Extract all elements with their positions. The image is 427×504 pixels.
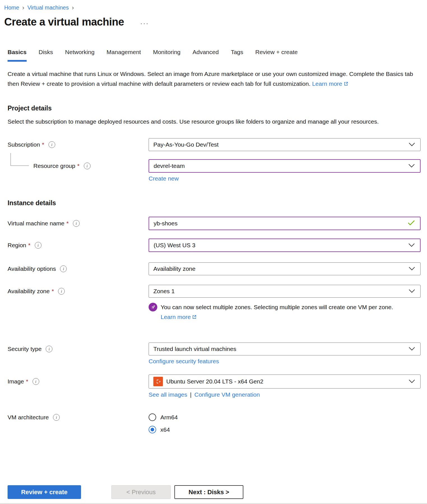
required-asterisk: * [77, 163, 79, 169]
image-label: Image [8, 378, 24, 385]
chevron-down-icon [408, 378, 415, 385]
intro-learn-more-link[interactable]: Learn more [312, 80, 342, 87]
info-icon[interactable]: i [33, 378, 39, 385]
info-icon[interactable]: i [58, 288, 65, 295]
tab-basics[interactable]: Basics [8, 49, 27, 62]
subscription-row: Subscription * i Pay-As-You-Go Dev/Test [8, 138, 421, 151]
zones-note-text: You can now select multiple zones. Selec… [161, 304, 393, 310]
breadcrumb-separator-icon: › [72, 5, 74, 11]
availability-zone-row: Availability zone * i Zones 1 [8, 285, 421, 298]
required-asterisk: * [52, 288, 54, 295]
availability-options-row: Availability options i Availability zone [8, 262, 421, 275]
vm-architecture-radio-group: Arm64 x64 [149, 413, 421, 433]
radio-unselected-icon [149, 413, 156, 421]
image-select[interactable]: Ubuntu Server 20.04 LTS - x64 Gen2 [149, 374, 421, 389]
external-link-icon [343, 79, 348, 89]
project-details-heading: Project details [8, 105, 421, 112]
resource-group-value: devrel-team [154, 163, 185, 169]
image-value: Ubuntu Server 20.04 LTS - x64 Gen2 [166, 378, 263, 385]
subscription-value: Pay-As-You-Go Dev/Test [153, 141, 219, 148]
info-icon[interactable]: i [84, 163, 91, 169]
external-link-icon [192, 313, 197, 322]
tab-management[interactable]: Management [107, 49, 141, 62]
vm-name-row: Virtual machine name * i yb-shoes [8, 217, 421, 230]
configure-security-features-link[interactable]: Configure security features [149, 358, 219, 364]
vm-architecture-label: VM architecture [8, 414, 49, 421]
required-asterisk: * [26, 378, 28, 385]
create-new-resource-group-link[interactable]: Create new [149, 175, 179, 182]
chevron-down-icon [408, 346, 415, 352]
resource-group-row: Resource group * i devrel-team [8, 159, 421, 173]
chevron-down-icon [408, 141, 415, 148]
security-type-value: Trusted launch virtual machines [153, 346, 236, 352]
tab-monitoring[interactable]: Monitoring [153, 49, 181, 62]
configure-vm-generation-link[interactable]: Configure VM generation [194, 391, 260, 398]
breadcrumb-link-home[interactable]: Home [4, 4, 19, 11]
security-type-label: Security type [8, 346, 41, 352]
chevron-down-icon [408, 265, 415, 272]
image-row: Image * i Ubun [8, 374, 421, 389]
info-icon[interactable]: i [73, 220, 80, 227]
chevron-down-icon [408, 242, 415, 249]
chevron-down-icon [408, 163, 415, 169]
tab-tags[interactable]: Tags [231, 49, 243, 62]
availability-zone-value: Zones 1 [153, 288, 175, 295]
tab-networking[interactable]: Networking [65, 49, 94, 62]
link-divider: | [190, 391, 191, 398]
breadcrumb: Home › Virtual machines › [4, 4, 421, 11]
region-label: Region [8, 242, 26, 249]
zones-note: You can now select multiple zones. Selec… [149, 302, 421, 322]
tab-disks[interactable]: Disks [39, 49, 53, 62]
project-details-description: Select the subscription to manage deploy… [8, 117, 417, 126]
security-type-row: Security type i Trusted launch virtual m… [8, 343, 421, 355]
vm-name-label: Virtual machine name [8, 220, 64, 227]
resource-group-select[interactable]: devrel-team [149, 159, 421, 173]
intro-paragraph: Create a virtual machine that runs Linux… [8, 69, 417, 89]
resource-group-label: Resource group [33, 163, 75, 169]
ubuntu-logo-icon [153, 377, 163, 386]
see-all-images-link[interactable]: See all images [149, 391, 187, 398]
instance-details-heading: Instance details [8, 199, 421, 207]
info-icon[interactable]: i [49, 141, 55, 148]
info-icon[interactable]: i [60, 265, 67, 272]
availability-options-select[interactable]: Availability zone [149, 262, 421, 275]
vm-name-input[interactable]: yb-shoes [149, 217, 421, 230]
breadcrumb-link-virtual-machines[interactable]: Virtual machines [27, 4, 69, 11]
region-value: (US) West US 3 [154, 242, 195, 249]
radio-x64-label: x64 [160, 426, 170, 433]
availability-options-value: Availability zone [153, 265, 195, 272]
breadcrumb-separator-icon: › [22, 5, 24, 11]
info-icon[interactable]: i [53, 414, 60, 421]
info-icon[interactable]: i [46, 346, 52, 352]
rocket-icon [149, 303, 157, 311]
required-asterisk: * [28, 242, 31, 249]
tab-advanced[interactable]: Advanced [193, 49, 219, 62]
subscription-select[interactable]: Pay-As-You-Go Dev/Test [149, 138, 421, 151]
more-options-button[interactable]: ··· [140, 19, 149, 25]
required-asterisk: * [42, 141, 44, 148]
radio-arm64[interactable]: Arm64 [149, 413, 421, 421]
review-create-button[interactable]: Review + create [8, 485, 81, 499]
valid-check-icon [408, 220, 415, 227]
radio-x64[interactable]: x64 [149, 426, 421, 433]
page-header: Create a virtual machine ··· [4, 16, 421, 28]
security-type-select[interactable]: Trusted launch virtual machines [149, 343, 421, 355]
chevron-down-icon [408, 288, 415, 295]
intro-text: Create a virtual machine that runs Linux… [8, 71, 413, 87]
region-row: Region * i (US) West US 3 [8, 239, 421, 252]
radio-selected-icon [149, 426, 156, 433]
vm-architecture-row: VM architecture i Arm64 x64 [8, 413, 421, 433]
subscription-label: Subscription [8, 141, 40, 148]
previous-button[interactable]: < Previous [111, 485, 171, 499]
vm-name-value: yb-shoes [154, 220, 177, 227]
zones-note-learn-more-link[interactable]: Learn more [161, 314, 191, 320]
info-icon[interactable]: i [35, 242, 41, 249]
wizard-footer: Review + create < Previous Next : Disks … [8, 485, 421, 504]
next-disks-button[interactable]: Next : Disks > [174, 485, 243, 499]
tab-review-create[interactable]: Review + create [255, 49, 298, 62]
region-select[interactable]: (US) West US 3 [149, 239, 421, 252]
required-asterisk: * [66, 220, 69, 227]
radio-arm64-label: Arm64 [160, 414, 178, 421]
availability-zone-select[interactable]: Zones 1 [149, 285, 421, 298]
hierarchy-connector-line [10, 153, 29, 166]
